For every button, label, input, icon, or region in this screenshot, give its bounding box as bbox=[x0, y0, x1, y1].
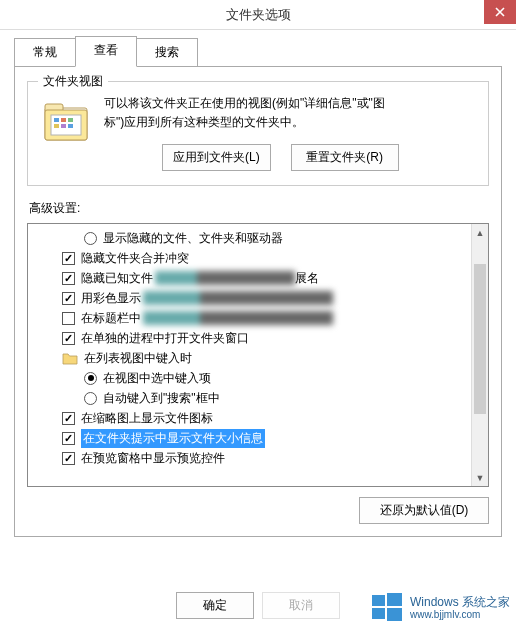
obscured-region bbox=[143, 311, 333, 325]
checkbox-icon[interactable] bbox=[62, 452, 75, 465]
tree-row[interactable]: 自动键入到"搜索"框中 bbox=[28, 388, 488, 408]
tree-item-label: 显示隐藏的文件、文件夹和驱动器 bbox=[103, 230, 283, 247]
restore-defaults-button[interactable]: 还原为默认值(D) bbox=[359, 497, 489, 524]
tree-item-label: 用彩色显示 bbox=[81, 290, 141, 307]
folder-icon bbox=[62, 351, 78, 365]
checkbox-icon[interactable] bbox=[62, 292, 75, 305]
tree-item-label: 在视图中选中键入项 bbox=[103, 370, 211, 387]
tab-view[interactable]: 查看 bbox=[75, 36, 137, 67]
checkbox-icon[interactable] bbox=[62, 332, 75, 345]
groupbox-title: 文件夹视图 bbox=[38, 73, 108, 90]
checkbox-icon[interactable] bbox=[62, 272, 75, 285]
tree-item-label: 隐藏文件夹合并冲突 bbox=[81, 250, 189, 267]
groupbox-description-line1: 可以将该文件夹正在使用的视图(例如"详细信息"或"图 bbox=[104, 94, 399, 113]
tree-row[interactable]: 显示隐藏的文件、文件夹和驱动器 bbox=[28, 228, 488, 248]
checkbox-icon[interactable] bbox=[62, 412, 75, 425]
svg-rect-5 bbox=[61, 118, 66, 122]
folder-view-groupbox: 文件夹视图 可以将该文件夹正在使用的视图(例如"详细信息"或"图 标")应用到所… bbox=[27, 81, 489, 186]
tree-item-label-tail: 展名 bbox=[295, 270, 319, 287]
apply-to-folders-button[interactable]: 应用到文件夹(L) bbox=[162, 144, 271, 171]
tree-row[interactable]: 用彩色显示 bbox=[28, 288, 488, 308]
svg-rect-9 bbox=[68, 124, 73, 128]
ok-button[interactable]: 确定 bbox=[176, 592, 254, 619]
tree-item-label: 在文件夹提示中显示文件大小信息 bbox=[81, 429, 265, 448]
radio-icon[interactable] bbox=[84, 372, 97, 385]
tab-search[interactable]: 搜索 bbox=[136, 38, 198, 66]
titlebar: 文件夹选项 bbox=[0, 0, 516, 30]
checkbox-icon[interactable] bbox=[62, 252, 75, 265]
tree-item-label: 在预览窗格中显示预览控件 bbox=[81, 450, 225, 467]
checkbox-icon[interactable] bbox=[62, 432, 75, 445]
close-icon bbox=[495, 7, 505, 17]
tree-row[interactable]: 隐藏已知文件展名 bbox=[28, 268, 488, 288]
svg-rect-8 bbox=[61, 124, 66, 128]
tree-item-label: 在标题栏中 bbox=[81, 310, 141, 327]
tree-row[interactable]: 在视图中选中键入项 bbox=[28, 368, 488, 388]
scroll-down-icon[interactable]: ▼ bbox=[472, 469, 488, 486]
tree-item-label: 在单独的进程中打开文件夹窗口 bbox=[81, 330, 249, 347]
scrollbar[interactable]: ▲ ▼ bbox=[471, 224, 488, 486]
tree-item-label: 在列表视图中键入时 bbox=[84, 350, 192, 367]
svg-rect-7 bbox=[54, 124, 59, 128]
tree-row[interactable]: 隐藏文件夹合并冲突 bbox=[28, 248, 488, 268]
cancel-button[interactable]: 取消 bbox=[262, 592, 340, 619]
checkbox-icon[interactable] bbox=[62, 312, 75, 325]
close-button[interactable] bbox=[484, 0, 516, 24]
folder-views-icon bbox=[42, 98, 90, 146]
tree-item-label: 隐藏已知文件 bbox=[81, 270, 153, 287]
scroll-thumb[interactable] bbox=[474, 264, 486, 414]
tree-row[interactable]: 在缩略图上显示文件图标 bbox=[28, 408, 488, 428]
tree-row[interactable]: 在预览窗格中显示预览控件 bbox=[28, 448, 488, 468]
scroll-up-icon[interactable]: ▲ bbox=[472, 224, 488, 241]
groupbox-description-line2: 标")应用到所有这种类型的文件夹中。 bbox=[104, 113, 399, 132]
obscured-region bbox=[143, 291, 333, 305]
svg-rect-4 bbox=[54, 118, 59, 122]
dialog-button-row: 确定 取消 bbox=[0, 592, 516, 619]
window-title: 文件夹选项 bbox=[226, 6, 291, 24]
tree-item-label: 在缩略图上显示文件图标 bbox=[81, 410, 213, 427]
tree-item-label: 自动键入到"搜索"框中 bbox=[103, 390, 220, 407]
radio-icon[interactable] bbox=[84, 392, 97, 405]
obscured-region bbox=[155, 271, 295, 285]
reset-folders-button[interactable]: 重置文件夹(R) bbox=[291, 144, 399, 171]
tab-general[interactable]: 常规 bbox=[14, 38, 76, 66]
tree-row[interactable]: 在列表视图中键入时 bbox=[28, 348, 488, 368]
svg-rect-6 bbox=[68, 118, 73, 122]
radio-icon[interactable] bbox=[84, 232, 97, 245]
tree-row[interactable]: 在文件夹提示中显示文件大小信息 bbox=[28, 428, 488, 448]
tree-row[interactable]: 在单独的进程中打开文件夹窗口 bbox=[28, 328, 488, 348]
tab-panel-view: 文件夹视图 可以将该文件夹正在使用的视图(例如"详细信息"或"图 标")应用到所… bbox=[14, 66, 502, 537]
tab-strip: 常规 查看 搜索 bbox=[0, 30, 516, 66]
advanced-settings-label: 高级设置: bbox=[29, 200, 489, 217]
tree-row[interactable]: 在标题栏中 bbox=[28, 308, 488, 328]
advanced-settings-tree[interactable]: 显示隐藏的文件、文件夹和驱动器 隐藏文件夹合并冲突 隐藏已知文件展名 用彩色显示… bbox=[27, 223, 489, 487]
